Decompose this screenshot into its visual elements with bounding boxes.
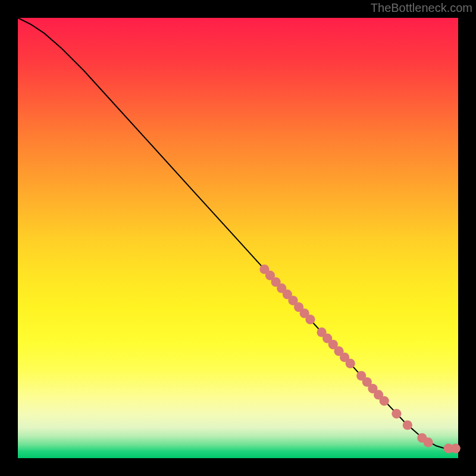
chart-svg xyxy=(18,18,458,458)
data-marker xyxy=(392,409,401,418)
chart-stage: TheBottleneck.com xyxy=(0,0,476,476)
chart-plot-area xyxy=(18,18,458,458)
data-marker xyxy=(451,444,461,453)
bottleneck-curve xyxy=(18,18,458,449)
data-marker xyxy=(424,437,433,447)
data-marker xyxy=(403,420,412,430)
data-marker xyxy=(305,315,315,324)
watermark-label: TheBottleneck.com xyxy=(371,1,472,15)
data-marker xyxy=(380,396,389,406)
data-marker xyxy=(346,359,355,368)
marker-group xyxy=(259,264,460,453)
